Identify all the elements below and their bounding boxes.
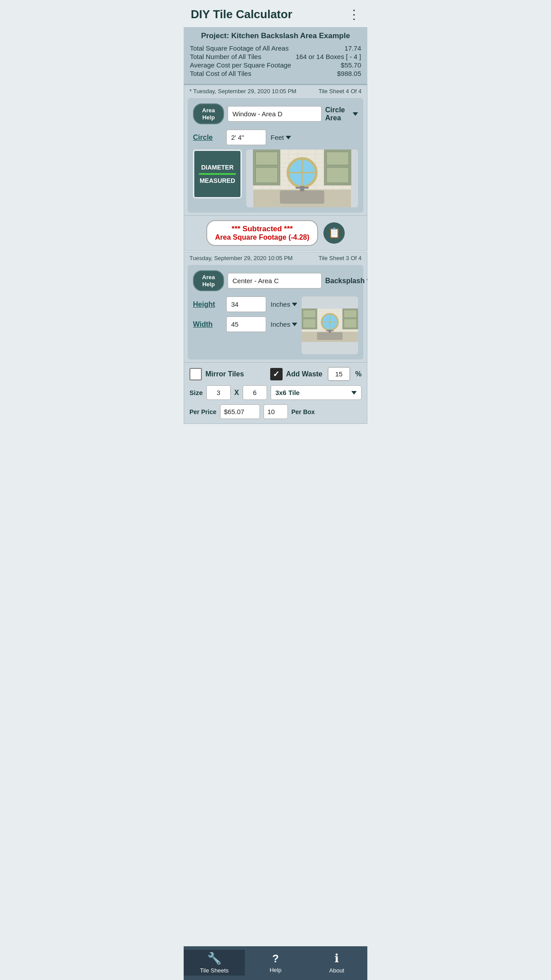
circle-input[interactable] [226, 130, 266, 145]
sheet3-header: Tuesday, September 29, 2020 10:05 PM Til… [184, 252, 367, 263]
kitchen-svg-3 [302, 296, 358, 354]
sheet3-num: Tile Sheet 3 Of 4 [319, 255, 362, 261]
width-unit-label: Inches [271, 320, 290, 328]
area-help-btn-4[interactable]: AreaHelp [193, 103, 224, 124]
avg-cost-label: Average Cost per Square Footage [190, 61, 291, 69]
tile-options-section: Mirror Tiles ✓ Add Waste % Size X 3x6 [184, 362, 367, 423]
summary-row-sqft: Total Square Footage of All Areas 17.74 [190, 44, 361, 52]
circle-unit-arrow [286, 136, 291, 139]
size-row: Size X 3x6 Tile [189, 385, 362, 400]
area-type-label-4: Circle Area [325, 106, 351, 122]
sheet3-area-row: AreaHelp Backsplash [193, 270, 358, 291]
tile-type-dropdown[interactable]: 3x6 Tile [271, 385, 362, 400]
size-width-input[interactable] [206, 385, 231, 400]
area-type-dropdown-3[interactable]: Backsplash [325, 277, 367, 285]
tile-sheet-4: * Tuesday, September 29, 2020 10:05 PM T… [184, 85, 367, 251]
size-label: Size [189, 389, 203, 396]
svg-rect-30 [280, 190, 324, 204]
per-box-input[interactable] [264, 404, 288, 419]
tile-sheet-3: Tuesday, September 29, 2020 10:05 PM Til… [184, 252, 367, 424]
sheet3-inner: AreaHelp Backsplash Height Inches [188, 265, 363, 360]
height-unit-dropdown[interactable]: Inches [271, 300, 297, 308]
subtracted-box: *** Subtracted *** Area Square Footage (… [206, 220, 319, 246]
main-content: * Tuesday, September 29, 2020 10:05 PM T… [184, 85, 367, 455]
price-label: Per Price [189, 408, 216, 415]
clipboard-icon-4: 📋 [328, 227, 340, 239]
add-waste-text: Add Waste [286, 370, 323, 378]
svg-rect-61 [344, 319, 357, 328]
height-input[interactable] [226, 296, 266, 312]
sheet4-num: Tile Sheet 4 Of 4 [319, 88, 362, 95]
svg-rect-65 [326, 330, 334, 331]
width-label[interactable]: Width [193, 320, 222, 328]
total-cost-label: Total Cost of All Tiles [190, 70, 251, 77]
subtracted-line2: Area Square Footage (-4.28) [215, 233, 310, 241]
summary-title: Project: Kitchen Backslash Area Example [190, 32, 361, 40]
svg-rect-24 [256, 152, 278, 165]
kitchen-svg-4 [246, 150, 358, 207]
area-type-label-3: Backsplash [325, 277, 365, 285]
svg-rect-63 [317, 332, 343, 340]
area-type-dropdown-4[interactable]: Circle Area [325, 106, 358, 122]
svg-rect-28 [327, 167, 349, 183]
circle-unit-dropdown[interactable]: Feet [271, 134, 291, 141]
summary-section: Project: Kitchen Backslash Area Example … [184, 27, 367, 85]
diameter-badge: DIAMETER MEASURED [193, 150, 242, 198]
diameter-green-line [199, 173, 236, 175]
area-name-input-4[interactable] [228, 106, 322, 122]
summary-row-avg-cost: Average Cost per Square Footage $55.70 [190, 61, 361, 69]
area-type-arrow-3 [366, 279, 367, 283]
per-box-label: Per Box [291, 408, 315, 415]
diameter-text2: MEASURED [200, 177, 235, 185]
svg-rect-58 [303, 319, 316, 328]
waste-input[interactable] [328, 367, 350, 381]
summary-row-tiles: Total Number of All Tiles 164 or 14 Boxe… [190, 52, 361, 61]
tile-type-arrow [351, 391, 357, 395]
height-unit-label: Inches [271, 300, 290, 308]
sheet4-header: * Tuesday, September 29, 2020 10:05 PM T… [184, 85, 367, 96]
height-measure-row: Height Inches [193, 296, 297, 312]
area-name-input-3[interactable] [228, 273, 322, 288]
circle-unit-label: Feet [271, 134, 284, 141]
svg-rect-27 [327, 152, 349, 165]
menu-icon[interactable]: ⋮ [348, 7, 360, 22]
price-input[interactable] [220, 404, 260, 419]
area-help-btn-3[interactable]: AreaHelp [193, 270, 224, 291]
sheet4-kitchen-image [246, 150, 358, 207]
width-unit-arrow [292, 323, 297, 326]
total-cost-value: $988.05 [337, 70, 361, 77]
sheet4-visual: DIAMETER MEASURED [193, 150, 358, 207]
tiles-value: 164 or 14 Boxes [ - 4 ] [295, 53, 361, 60]
size-x-label: X [234, 389, 239, 397]
height-label[interactable]: Height [193, 300, 222, 308]
diameter-text1: DIAMETER [201, 163, 233, 171]
price-row: Per Price Per Box [189, 404, 362, 419]
width-input[interactable] [226, 316, 266, 332]
avg-cost-value: $55.70 [341, 61, 361, 69]
circle-measure-row: Circle Feet [193, 130, 358, 145]
mirror-tiles-text: Mirror Tiles [205, 370, 244, 378]
tiles-label: Total Number of All Tiles [190, 53, 261, 60]
circle-label[interactable]: Circle [193, 134, 222, 142]
add-waste-label[interactable]: ✓ Add Waste [270, 368, 323, 380]
width-measure-row: Width Inches [193, 316, 297, 332]
percent-label: % [355, 370, 362, 378]
sheet3-date: Tuesday, September 29, 2020 10:05 PM [189, 255, 293, 261]
mirror-tiles-checkbox[interactable] [189, 368, 202, 380]
sheet4-inner: AreaHelp Circle Area Circle Feet DI [188, 98, 363, 213]
height-unit-arrow [292, 303, 297, 306]
mirror-tiles-label[interactable]: Mirror Tiles [189, 368, 244, 380]
svg-rect-32 [295, 187, 309, 189]
size-height-input[interactable] [243, 385, 267, 400]
sheet4-area-row: AreaHelp Circle Area [193, 103, 358, 124]
sheet4-date: * Tuesday, September 29, 2020 10:05 PM [189, 88, 296, 95]
width-unit-dropdown[interactable]: Inches [271, 320, 297, 328]
svg-rect-25 [256, 167, 278, 183]
clipboard-button-4[interactable]: 📋 [323, 222, 345, 244]
subtracted-banner: *** Subtracted *** Area Square Footage (… [184, 215, 367, 250]
sqft-label: Total Square Footage of All Areas [190, 44, 289, 52]
checkmark-icon: ✓ [273, 369, 279, 379]
sheet3-kitchen-image [302, 296, 358, 354]
sqft-value: 17.74 [344, 44, 361, 52]
add-waste-checkbox[interactable]: ✓ [270, 368, 283, 380]
